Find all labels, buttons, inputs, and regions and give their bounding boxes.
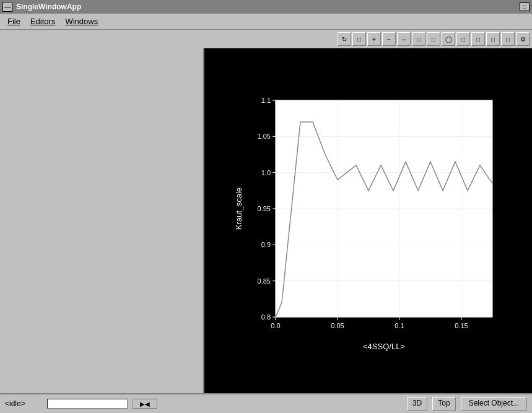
tb-btn-swap[interactable]: ↔ xyxy=(397,32,411,46)
tb-btn-remove[interactable]: − xyxy=(382,32,396,46)
tb-btn-sq6[interactable]: □ xyxy=(501,32,515,46)
tb-btn-sq3[interactable]: □ xyxy=(456,32,470,46)
svg-text:1.0: 1.0 xyxy=(261,168,270,176)
progress-bar xyxy=(47,399,128,409)
3d-view-button[interactable]: 3D xyxy=(407,397,427,411)
svg-text:<4SSQ/LL>: <4SSQ/LL> xyxy=(363,342,405,351)
svg-text:0.0: 0.0 xyxy=(271,322,280,329)
menu-editors[interactable]: Editors xyxy=(25,15,60,27)
status-text: <idle> xyxy=(5,399,42,408)
svg-text:1.05: 1.05 xyxy=(257,133,270,140)
svg-text:0.1: 0.1 xyxy=(395,322,404,329)
tb-btn-settings[interactable]: ⚙ xyxy=(516,32,530,46)
tb-btn-sq1[interactable]: □ xyxy=(412,32,425,46)
menu-file[interactable]: File xyxy=(2,15,25,27)
title-bar: — SingleWindowApp □ xyxy=(0,0,532,14)
tb-btn-sq5[interactable]: □ xyxy=(486,32,500,46)
right-panel: 0.00.050.10.150.80.850.90.951.01.051.1<4… xyxy=(204,48,532,393)
top-view-button[interactable]: Top xyxy=(432,397,455,411)
toggle-button[interactable]: ▶◀ xyxy=(133,399,157,409)
menu-windows[interactable]: Windows xyxy=(60,15,103,27)
tb-btn-frame[interactable]: □ xyxy=(352,32,366,46)
content-area: 0.00.050.10.150.80.850.90.951.01.051.1<4… xyxy=(0,48,532,393)
toolbar-right: ↻ □ + − ↔ □ □ ◯ □ □ □ □ ⚙ xyxy=(338,31,530,47)
svg-text:0.9: 0.9 xyxy=(261,241,270,248)
window-title: SingleWindowApp xyxy=(16,2,516,11)
svg-text:0.85: 0.85 xyxy=(257,277,270,284)
chart-container: 0.00.050.10.150.80.850.90.951.01.051.1<4… xyxy=(232,88,505,354)
tb-btn-rotate[interactable]: ↻ xyxy=(338,32,351,46)
select-object-button[interactable]: Select Object... xyxy=(461,397,527,411)
maximize-button[interactable]: □ xyxy=(520,2,530,11)
svg-text:0.15: 0.15 xyxy=(455,322,468,329)
svg-text:0.05: 0.05 xyxy=(331,322,344,329)
main-layout: ↻ □ + − ↔ □ □ ◯ □ □ □ □ ⚙ 0.00.050.10.15… xyxy=(0,30,532,413)
svg-text:0.8: 0.8 xyxy=(261,313,270,321)
svg-text:1.1: 1.1 xyxy=(261,97,270,104)
svg-text:0.95: 0.95 xyxy=(257,205,270,212)
bottom-bar: <idle> ▶◀ 3D Top Select Object... xyxy=(0,393,532,413)
window-icon: — xyxy=(2,2,12,12)
toolbar: ↻ □ + − ↔ □ □ ◯ □ □ □ □ ⚙ xyxy=(0,30,532,48)
menu-bar: File Editors Windows xyxy=(0,14,532,30)
tb-btn-sq4[interactable]: □ xyxy=(471,32,485,46)
tb-btn-circle[interactable]: ◯ xyxy=(442,32,455,46)
tb-btn-sq2[interactable]: □ xyxy=(427,32,440,46)
left-panel xyxy=(0,48,204,393)
svg-text:Kraut_scale: Kraut_scale xyxy=(234,187,243,230)
tb-btn-add[interactable]: + xyxy=(367,32,381,46)
